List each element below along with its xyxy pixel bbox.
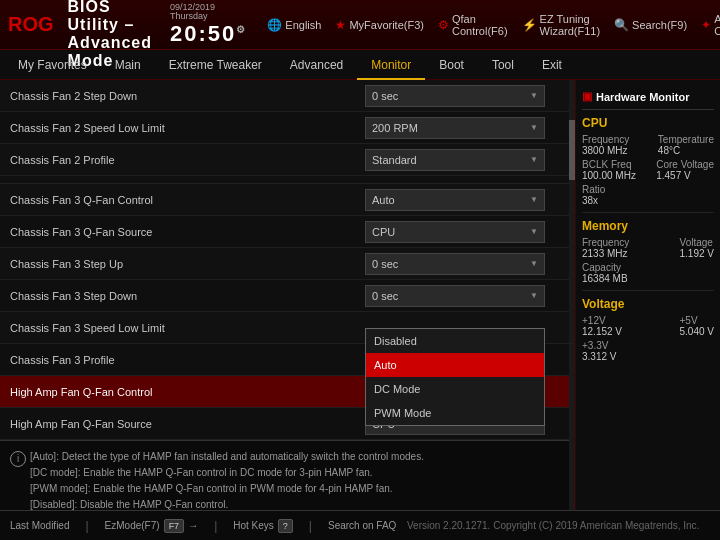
footer-key-hotkeys: ? [278, 519, 293, 533]
hw-divider-2 [582, 290, 714, 291]
hw-cpu-frequency-row: Frequency 3800 MHz Temperature 48°C [582, 134, 714, 156]
nav-my-favorites[interactable]: My Favorites [4, 50, 101, 80]
label-chassis-fan3-speed-low: Chassis Fan 3 Speed Low Limit [10, 322, 365, 334]
footer-last-modified[interactable]: Last Modified [10, 520, 69, 531]
setting-chassis-fan3-qfan-control: Chassis Fan 3 Q-Fan Control Auto ▼ [0, 184, 575, 216]
hw-divider-1 [582, 212, 714, 213]
footer-hotkeys[interactable]: Hot Keys ? [233, 519, 293, 533]
nav-main[interactable]: Main [101, 50, 155, 80]
rog-logo: ROG [8, 13, 54, 36]
aura-tool[interactable]: ✦ AURA ON/OFF(F4) [701, 13, 720, 37]
footer-key-f7: F7 [164, 519, 185, 533]
hardware-monitor-panel: ▣ Hardware Monitor CPU Frequency 3800 MH… [575, 80, 720, 510]
hw-mem-freq-label: Frequency [582, 237, 629, 248]
setting-chassis-fan3-step-up: Chassis Fan 3 Step Up 0 sec ▼ [0, 248, 575, 280]
hw-33v-label: +3.3V [582, 340, 616, 351]
aura-icon: ✦ [701, 18, 711, 32]
hw-cpu-freq-label: Frequency [582, 134, 629, 145]
option-disabled[interactable]: Disabled [366, 329, 544, 353]
hw-bclk-label: BCLK Freq [582, 159, 636, 170]
info-text: [Auto]: Detect the type of HAMP fan inst… [30, 449, 565, 510]
dropdown-chassis-fan3-step-down[interactable]: 0 sec ▼ [365, 285, 545, 307]
qfan-tool[interactable]: ⚙ Qfan Control(F6) [438, 13, 508, 37]
setting-chassis-fan2-profile: Chassis Fan 2 Profile Standard ▼ [0, 144, 575, 176]
hw-mem-volt-label: Voltage [680, 237, 714, 248]
info-icon: i [10, 451, 26, 467]
dropdown-chassis-fan3-qfan-source[interactable]: CPU ▼ [365, 221, 545, 243]
hw-monitor-title: ▣ Hardware Monitor [582, 86, 714, 110]
language-selector[interactable]: 🌐 English [267, 18, 321, 32]
left-panel: Chassis Fan 2 Step Down 0 sec ▼ Chassis … [0, 80, 575, 510]
spacer-row [0, 176, 575, 184]
hw-mem-freq-value: 2133 MHz [582, 248, 629, 259]
hw-5v-label: +5V [680, 315, 714, 326]
label-chassis-fan3-qfan-source: Chassis Fan 3 Q-Fan Source [10, 226, 365, 238]
arrow-icon: → [188, 520, 198, 531]
hw-ratio-value: 38x [582, 195, 605, 206]
settings-table: Chassis Fan 2 Step Down 0 sec ▼ Chassis … [0, 80, 575, 440]
option-pwm-mode[interactable]: PWM Mode [366, 401, 544, 425]
value-chassis-fan3-qfan-control: Auto ▼ [365, 189, 565, 211]
hw-ratio-label: Ratio [582, 184, 605, 195]
dropdown-arrow-icon: ▼ [530, 195, 538, 204]
footer-version: Version 2.20.1271. Copyright (C) 2019 Am… [396, 520, 710, 531]
navbar: My Favorites Main Extreme Tweaker Advanc… [0, 50, 720, 80]
search-icon: 🔍 [614, 18, 629, 32]
dropdown-chassis-fan2-step-down[interactable]: 0 sec ▼ [365, 85, 545, 107]
nav-exit[interactable]: Exit [528, 50, 576, 80]
label-chassis-fan3-profile: Chassis Fan 3 Profile [10, 354, 365, 366]
label-chassis-fan3-qfan-control: Chassis Fan 3 Q-Fan Control [10, 194, 365, 206]
dropdown-arrow-icon: ▼ [530, 291, 538, 300]
nav-tool[interactable]: Tool [478, 50, 528, 80]
dropdown-chassis-fan3-step-up[interactable]: 0 sec ▼ [365, 253, 545, 275]
label-chassis-fan2-step-down: Chassis Fan 2 Step Down [10, 90, 365, 102]
search-tool[interactable]: 🔍 Search(F9) [614, 18, 687, 32]
scrollbar[interactable] [569, 80, 575, 510]
hw-mem-volt-value: 1.192 V [680, 248, 714, 259]
setting-chassis-fan3-speed-low: Chassis Fan 3 Speed Low Limit Disabled A… [0, 312, 575, 344]
hw-cpu-freq-value: 3800 MHz [582, 145, 629, 156]
dropdown-arrow-icon: ▼ [530, 227, 538, 236]
dropdown-chassis-fan3-qfan-control[interactable]: Auto ▼ [365, 189, 545, 211]
myfavorite-tool[interactable]: ★ MyFavorite(F3) [335, 18, 424, 32]
option-auto[interactable]: Auto [366, 353, 544, 377]
footer-sep-2: | [214, 519, 217, 533]
hw-section-memory: Memory [582, 219, 714, 233]
value-chassis-fan2-profile: Standard ▼ [365, 149, 565, 171]
dropdown-arrow-icon: ▼ [530, 123, 538, 132]
hw-12v-value: 12.152 V [582, 326, 622, 337]
scroll-thumb[interactable] [569, 120, 575, 180]
nav-boot[interactable]: Boot [425, 50, 478, 80]
dropdown-chassis-fan2-speed-low[interactable]: 200 RPM ▼ [365, 117, 545, 139]
date-display: 09/12/2019 Thursday [170, 3, 247, 23]
qfan-icon: ⚙ [438, 18, 449, 32]
eztuning-tool[interactable]: ⚡ EZ Tuning Wizard(F11) [522, 13, 601, 37]
footer-search-faq[interactable]: Search on FAQ [328, 520, 396, 531]
hw-volt-33v-row: +3.3V 3.312 V [582, 340, 714, 362]
setting-chassis-fan3-step-down: Chassis Fan 3 Step Down 0 sec ▼ [0, 280, 575, 312]
hw-mem-cap-label: Capacity [582, 262, 628, 273]
value-chassis-fan2-speed-low: 200 RPM ▼ [365, 117, 565, 139]
option-dc-mode[interactable]: DC Mode [366, 377, 544, 401]
hw-corevolt-label: Core Voltage [656, 159, 714, 170]
footer-ezmode[interactable]: EzMode(F7) F7 → [105, 519, 199, 533]
nav-monitor[interactable]: Monitor [357, 50, 425, 80]
settings-gear-icon[interactable]: ⚙ [236, 24, 247, 35]
language-icon: 🌐 [267, 18, 282, 32]
dropdown-chassis-fan2-profile[interactable]: Standard ▼ [365, 149, 545, 171]
dropdown-arrow-icon: ▼ [530, 91, 538, 100]
hw-volt-12v-row: +12V 12.152 V +5V 5.040 V [582, 315, 714, 337]
nav-extreme-tweaker[interactable]: Extreme Tweaker [155, 50, 276, 80]
header-tools: 🌐 English ★ MyFavorite(F3) ⚙ Qfan Contro… [267, 13, 720, 37]
dropdown-arrow-icon: ▼ [530, 155, 538, 164]
label-highamp-qfan-source: High Amp Fan Q-Fan Source [10, 418, 365, 430]
hw-mem-cap-value: 16384 MB [582, 273, 628, 284]
setting-chassis-fan2-speed-low: Chassis Fan 2 Speed Low Limit 200 RPM ▼ [0, 112, 575, 144]
main-area: Chassis Fan 2 Step Down 0 sec ▼ Chassis … [0, 80, 720, 510]
label-highamp-qfan-control: High Amp Fan Q-Fan Control [10, 386, 365, 398]
setting-chassis-fan3-qfan-source: Chassis Fan 3 Q-Fan Source CPU ▼ [0, 216, 575, 248]
hw-cpu-ratio-row: Ratio 38x [582, 184, 714, 206]
nav-advanced[interactable]: Advanced [276, 50, 357, 80]
hw-monitor-icon: ▣ [582, 90, 592, 103]
value-chassis-fan3-step-up: 0 sec ▼ [365, 253, 565, 275]
